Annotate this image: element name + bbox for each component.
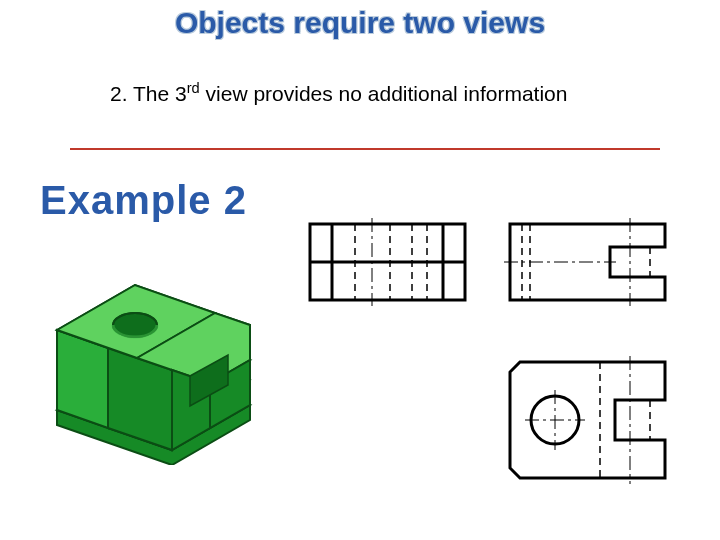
divider	[70, 148, 660, 150]
example-label: Example 2	[40, 178, 247, 223]
top-view-icon	[500, 350, 675, 490]
subtitle: 2. The 3rd view provides no additional i…	[110, 82, 567, 106]
page-title: Objects require two views	[0, 6, 720, 40]
subtitle-sup: rd	[187, 80, 200, 96]
isometric-block-icon	[40, 255, 270, 465]
side-view-icon	[500, 212, 675, 312]
subtitle-suffix: view provides no additional information	[200, 82, 568, 105]
subtitle-prefix: 2. The 3	[110, 82, 187, 105]
front-view-icon	[300, 212, 475, 312]
